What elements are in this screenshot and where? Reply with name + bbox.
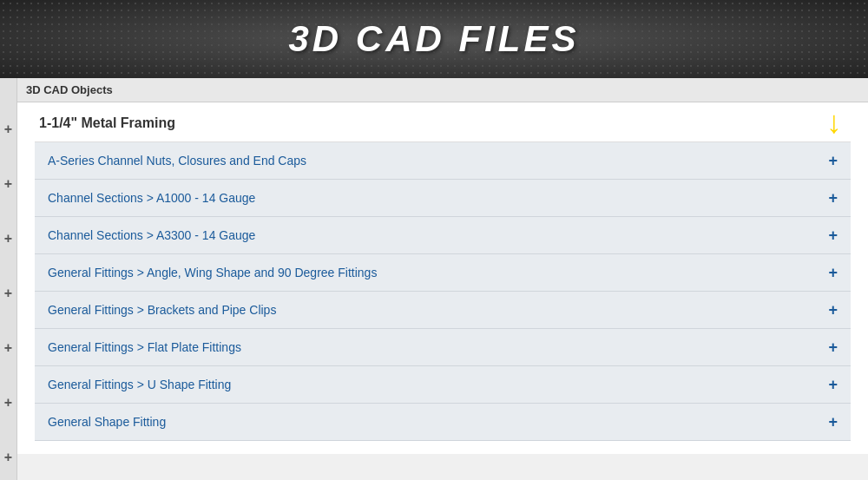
sidebar-plus-1[interactable]: +: [4, 122, 12, 137]
accordion-item-1[interactable]: A-Series Channel Nuts, Closures and End …: [35, 142, 851, 180]
breadcrumb-bar: 3D CAD Objects: [17, 78, 868, 102]
accordion-expand-icon-2[interactable]: +: [828, 190, 838, 206]
accordion-expand-icon-6[interactable]: +: [828, 339, 838, 355]
page-title: 3D CAD FILES: [288, 18, 579, 60]
accordion-expand-icon-4[interactable]: +: [828, 265, 838, 280]
sidebar-plus-4[interactable]: +: [4, 286, 12, 301]
accordion-item-label-1: A-Series Channel Nuts, Closures and End …: [48, 154, 306, 168]
accordion-expand-icon-3[interactable]: +: [828, 227, 838, 243]
section-title: 1-1/4" Metal Framing: [35, 115, 851, 131]
breadcrumb: 3D CAD Objects: [26, 83, 113, 96]
accordion-list: A-Series Channel Nuts, Closures and End …: [35, 141, 851, 441]
main-content-wrapper: 3D CAD Objects ↓ 1-1/4" Metal Framing A-…: [17, 78, 868, 454]
accordion-item-2[interactable]: Channel Sections > A1000 - 14 Gauge +: [35, 180, 851, 217]
main-content: ↓ 1-1/4" Metal Framing A-Series Channel …: [17, 102, 868, 454]
accordion-expand-icon-8[interactable]: +: [828, 414, 838, 430]
accordion-item-label-7: General Fittings > U Shape Fitting: [48, 378, 231, 391]
left-sidebar-strip: + + + + + + +: [0, 78, 17, 480]
sidebar-plus-7[interactable]: +: [4, 450, 12, 465]
accordion-expand-icon-1[interactable]: +: [828, 153, 838, 168]
sidebar-plus-2[interactable]: +: [4, 176, 12, 192]
sidebar-plus-3[interactable]: +: [4, 231, 12, 247]
accordion-expand-icon-5[interactable]: +: [828, 302, 838, 318]
accordion-item-label-5: General Fittings > Brackets and Pipe Cli…: [48, 303, 276, 317]
accordion-expand-icon-7[interactable]: +: [828, 377, 838, 392]
accordion-item-6[interactable]: General Fittings > Flat Plate Fittings +: [35, 329, 851, 366]
accordion-item-label-3: Channel Sections > A3300 - 14 Gauge: [48, 228, 255, 242]
accordion-item-7[interactable]: General Fittings > U Shape Fitting +: [35, 366, 851, 404]
accordion-item-8[interactable]: General Shape Fitting +: [35, 404, 851, 441]
accordion-item-3[interactable]: Channel Sections > A3300 - 14 Gauge +: [35, 217, 851, 254]
sidebar-plus-5[interactable]: +: [4, 340, 12, 356]
accordion-item-label-4: General Fittings > Angle, Wing Shape and…: [48, 266, 377, 279]
accordion-item-5[interactable]: General Fittings > Brackets and Pipe Cli…: [35, 292, 851, 329]
sidebar-plus-6[interactable]: +: [4, 395, 12, 411]
page-header: 3D CAD FILES: [0, 0, 868, 78]
accordion-item-label-6: General Fittings > Flat Plate Fittings: [48, 340, 241, 354]
accordion-item-label-8: General Shape Fitting: [48, 415, 166, 429]
down-arrow-icon: ↓: [826, 104, 842, 140]
arrow-indicator: ↓: [826, 107, 842, 138]
accordion-item-label-2: Channel Sections > A1000 - 14 Gauge: [48, 191, 255, 205]
accordion-item-4[interactable]: General Fittings > Angle, Wing Shape and…: [35, 254, 851, 292]
